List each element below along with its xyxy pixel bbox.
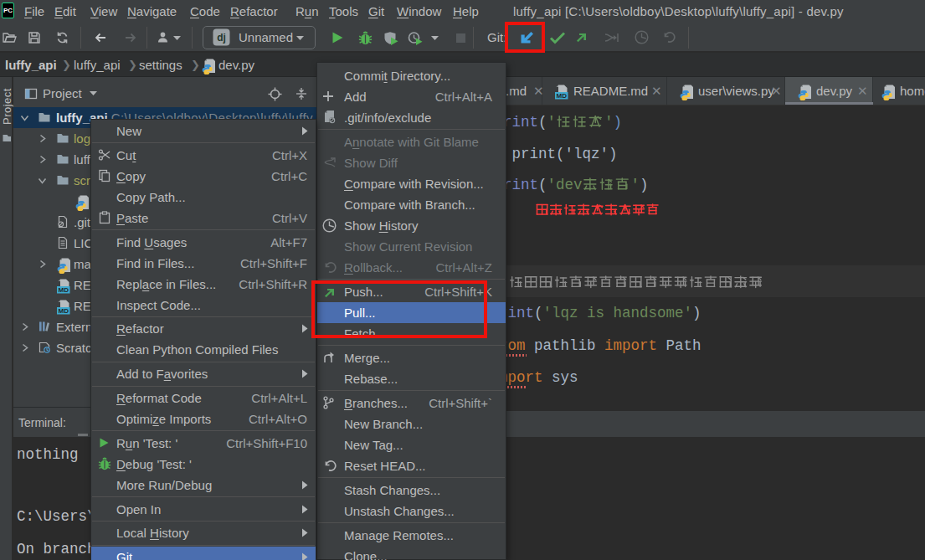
svg-text:dj: dj bbox=[217, 32, 226, 44]
svg-text:MD: MD bbox=[58, 285, 69, 293]
svg-text:MD: MD bbox=[58, 306, 69, 314]
svg-text:MD: MD bbox=[556, 92, 567, 100]
